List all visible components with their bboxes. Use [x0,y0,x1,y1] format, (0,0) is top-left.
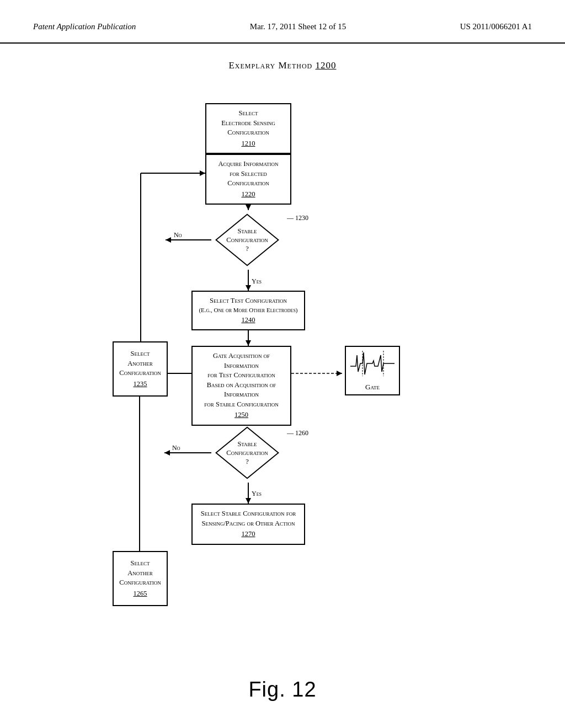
svg-marker-5 [246,285,251,291]
box-1265-num: 1265 [134,589,147,599]
diamond-1260-shape: Stable Configuration ? [211,425,283,480]
box-1240-line2: (E.g., One or More Other Electrodes) [199,306,297,314]
box-1270-line2: Sensing/Pacing or Other Action [201,519,295,529]
svg-text:— 1230: — 1230 [286,214,308,222]
diamond-1260-text: Stable Configuration ? [226,440,268,467]
box-1250-line3: Based on Acquisition of Information [198,381,285,400]
diagram-title: Exemplary Method 1200 [33,60,532,71]
svg-text:— 1260: — 1260 [286,429,308,437]
page: Patent Application Publication Mar. 17, … [0,0,565,728]
box-1240: Select Test Configuration (E.g., One or … [191,291,305,330]
diamond-1230: Stable Configuration ? [211,210,283,270]
box-1210-num: 1210 [242,139,255,149]
box-1270-line1: Select Stable Configuration for [201,509,296,519]
box-1240-line1: Select Test Configuration [210,296,287,306]
box-1210-line2: Electrode Sensing Configuration [212,119,285,138]
box-1240-num: 1240 [242,315,255,325]
diamond-1230-text: Stable Configuration ? [226,227,268,254]
svg-marker-21 [164,450,170,456]
header-right: US 2011/0066201 A1 [460,22,532,31]
box-1235: Select Another Configuration 1235 [113,341,168,397]
box-1265-line2: Another [127,569,153,579]
svg-text:No: No [172,444,180,452]
box-1250-line4: for Stable Configuration [204,400,278,410]
header: Patent Application Publication Mar. 17, … [0,0,565,44]
svg-marker-14 [246,340,251,346]
box-1235-line3: Configuration [119,368,161,378]
title-prefix: Exemplary Method [228,60,315,71]
box-1270: Select Stable Configuration for Sensing/… [191,504,305,545]
gate-signal-svg [350,350,395,377]
header-date-sheet: Mar. 17, 2011 Sheet 12 of 15 [250,22,346,31]
title-number: 1200 [316,60,337,71]
patent-number: US 2011/0066201 A1 [460,22,532,31]
content: Exemplary Method 1200 Yes No [0,44,565,713]
svg-marker-12 [200,170,205,176]
gate-box: Gate [345,346,400,395]
box-1210-line1: Select [239,109,258,119]
box-1220-line1: Acquire Information [218,159,279,169]
patent-publication-label: Patent Application Publication [33,22,136,31]
diamond-1260: Stable Configuration ? [211,423,283,483]
box-1220-line2: for Selected Configuration [212,169,285,189]
fig-label: Fig. 12 [248,678,316,701]
diamond-1230-shape: Stable Configuration ? [211,212,283,267]
box-1250-num: 1250 [234,410,248,420]
svg-marker-3 [246,205,251,210]
box-1265-line1: Select [131,559,150,569]
header-left: Patent Application Publication [33,22,136,31]
box-1210: Select Electrode Sensing Configuration 1… [205,103,291,154]
box-1250: Gate Acquisition of Information for Test… [191,346,291,426]
box-1220: Acquire Information for Selected Configu… [205,154,291,205]
box-1220-num: 1220 [242,190,255,200]
svg-text:No: No [174,231,182,239]
box-1265-line3: Configuration [119,578,161,588]
svg-text:Yes: Yes [252,490,262,497]
box-1235-line1: Select [131,349,150,359]
svg-marker-27 [337,371,342,376]
header-center: Mar. 17, 2011 Sheet 12 of 15 [250,22,346,31]
box-1235-num: 1235 [134,379,147,389]
fig-caption: Fig. 12 [33,678,532,702]
box-1250-line1: Gate Acquisition of Information [198,351,285,371]
box-1270-num: 1270 [242,529,255,539]
box-1235-line2: Another [127,359,153,369]
svg-text:Yes: Yes [252,277,262,285]
box-1250-line2: for Test Configuration [207,371,275,381]
gate-label: Gate [365,383,380,392]
diagram: Yes No Yes [33,88,532,667]
svg-marker-8 [166,237,171,243]
svg-marker-18 [246,498,251,504]
box-1265: Select Another Configuration 1265 [113,551,168,606]
